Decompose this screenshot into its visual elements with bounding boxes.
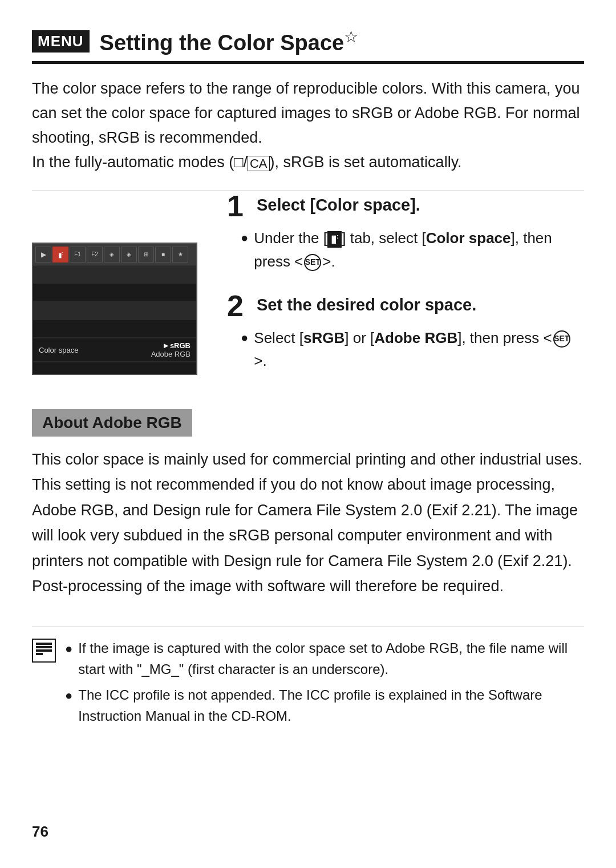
cam-tab-5: ◈ <box>104 247 120 263</box>
cam-bottom <box>33 362 196 374</box>
camera-screen-col: ▶ ▮: F1 F2 ◈ ◈ ⊞ ■ ★ Color space sRGB Ad… <box>32 243 209 375</box>
step-2: 2 Set the desired color space. ● Select … <box>227 291 584 373</box>
note-text-1: If the image is captured with the color … <box>78 637 584 680</box>
steps-section: ▶ ▮: F1 F2 ◈ ◈ ⊞ ■ ★ Color space sRGB Ad… <box>32 191 584 390</box>
note-bullet-1: ● If the image is captured with the colo… <box>65 637 584 680</box>
cam-tab-6: ◈ <box>121 247 137 263</box>
cam-srgb: sRGB <box>164 341 191 350</box>
note-text-2: The ICC profile is not appended. The ICC… <box>78 684 584 726</box>
step-2-header: 2 Set the desired color space. <box>227 291 584 321</box>
set-button-icon-2: SET <box>553 330 570 348</box>
menu-badge: MENU <box>32 30 90 53</box>
cam-row-2 <box>33 284 196 301</box>
cam-tab-7: ⊞ <box>138 247 154 263</box>
svg-rect-0 <box>36 643 52 645</box>
cam-tab-star: ★ <box>172 247 188 263</box>
cam-tab-4: F2 <box>87 247 103 263</box>
intro-paragraph: The color space refers to the range of r… <box>32 76 584 175</box>
page-number: 76 <box>32 823 48 841</box>
step-2-bullets: ● Select [sRGB] or [Adobe RGB], then pre… <box>227 326 584 373</box>
set-button-icon: SET <box>304 254 321 271</box>
cam-tab-8: ■ <box>155 247 171 263</box>
note-svg-icon <box>35 641 53 660</box>
page-title-row: MENU Setting the Color Space☆ <box>32 27 584 55</box>
step-1-bullets: ● Under the [▮:] tab, select [Color spac… <box>227 227 584 273</box>
step-2-number: 2 <box>227 291 248 321</box>
cam-row-3 <box>33 302 196 319</box>
cam-tab-3: F1 <box>70 247 86 263</box>
cam-row-1 <box>33 265 196 282</box>
note-icon <box>32 639 56 663</box>
notes-list: ● If the image is captured with the colo… <box>65 637 584 732</box>
cam-color-values: sRGB Adobe RGB <box>151 341 191 358</box>
svg-rect-1 <box>36 646 52 648</box>
cam-adobe: Adobe RGB <box>151 350 191 358</box>
step-2-bullet-1: ● Select [sRGB] or [Adobe RGB], then pre… <box>241 326 584 373</box>
steps-col: 1 Select [Color space]. ● Under the [▮:]… <box>209 191 584 390</box>
step-2-title: Set the desired color space. <box>257 291 476 314</box>
page-title: Setting the Color Space☆ <box>100 27 359 55</box>
camera-screen: ▶ ▮: F1 F2 ◈ ◈ ⊞ ■ ★ Color space sRGB Ad… <box>32 243 197 375</box>
cam-tab-camera: ▮: <box>52 247 68 263</box>
camera-tabs: ▶ ▮: F1 F2 ◈ ◈ ⊞ ■ ★ <box>33 244 196 265</box>
camera-tab-icon: ▮: <box>327 231 342 248</box>
step-1-number: 1 <box>227 191 248 221</box>
cam-color-label: Color space <box>39 346 78 354</box>
title-underline <box>32 61 584 64</box>
svg-rect-3 <box>36 653 43 655</box>
step-1-header: 1 Select [Color space]. <box>227 191 584 221</box>
about-header: About Adobe RGB <box>32 409 192 437</box>
cam-tab-play: ▶ <box>35 247 51 263</box>
about-text: This color space is mainly used for comm… <box>32 447 584 599</box>
svg-rect-2 <box>36 649 52 652</box>
step-1: 1 Select [Color space]. ● Under the [▮:]… <box>227 191 584 273</box>
step-1-title: Select [Color space]. <box>257 191 420 215</box>
cam-color-space-row: Color space sRGB Adobe RGB <box>33 338 196 361</box>
note-bullet-2: ● The ICC profile is not appended. The I… <box>65 684 584 726</box>
step-1-bullet-1: ● Under the [▮:] tab, select [Color spac… <box>241 227 584 273</box>
cam-row-4 <box>33 320 196 337</box>
about-section: About Adobe RGB This color space is main… <box>32 409 584 599</box>
notes-section: ● If the image is captured with the colo… <box>32 627 584 732</box>
